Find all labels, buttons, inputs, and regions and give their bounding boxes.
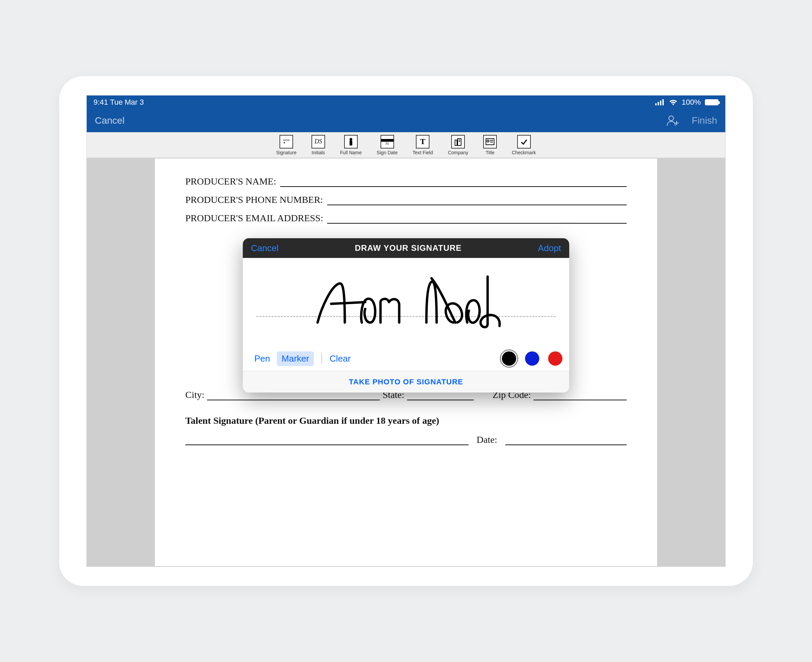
color-swatch-black[interactable] bbox=[502, 351, 516, 366]
field-toolbar: SIGN▼ Signature DS Initials Full Name 31… bbox=[87, 132, 725, 158]
svg-rect-1 bbox=[657, 102, 659, 105]
color-swatch-red[interactable] bbox=[548, 351, 562, 366]
svg-rect-8 bbox=[350, 141, 352, 145]
svg-rect-3 bbox=[662, 99, 664, 105]
tool-signdate[interactable]: 31 Sign Date bbox=[377, 135, 398, 155]
signature-icon: SIGN▼ bbox=[280, 135, 293, 148]
battery-icon bbox=[705, 99, 719, 105]
signature-instruction: Talent Signature (Parent or Guardian if … bbox=[185, 415, 627, 426]
tool-signature[interactable]: SIGN▼ Signature bbox=[276, 135, 296, 155]
finish-button[interactable]: Finish bbox=[692, 115, 717, 126]
nav-bar: Cancel Finish bbox=[87, 109, 725, 132]
signature-modal-title: DRAW YOUR SIGNATURE bbox=[279, 243, 538, 253]
signature-cancel-button[interactable]: Cancel bbox=[251, 243, 279, 254]
calendar-icon: 31 bbox=[380, 135, 394, 148]
signature-modal: Cancel DRAW YOUR SIGNATURE Adopt Pen Mar… bbox=[243, 238, 569, 392]
tool-title[interactable]: Title bbox=[483, 135, 497, 155]
tool-fullname[interactable]: Full Name bbox=[340, 135, 362, 155]
svg-rect-9 bbox=[455, 140, 457, 145]
tool-label: Title bbox=[486, 150, 495, 155]
svg-rect-0 bbox=[655, 103, 657, 105]
field-label-producer-email: PRODUCER'S EMAIL ADDRESS: bbox=[185, 213, 323, 223]
signature-tools: Pen Marker Clear bbox=[243, 346, 569, 371]
tool-checkmark[interactable]: Checkmark bbox=[512, 135, 536, 155]
tool-label: Text Field bbox=[412, 150, 433, 155]
field-label-producer-phone: PRODUCER'S PHONE NUMBER: bbox=[185, 194, 323, 205]
color-swatch-blue[interactable] bbox=[525, 351, 539, 366]
signature-drawing bbox=[243, 258, 569, 346]
tool-label: Company bbox=[448, 150, 468, 155]
person-icon bbox=[344, 135, 358, 148]
tool-label: Sign Date bbox=[377, 150, 398, 155]
checkmark-icon bbox=[517, 135, 531, 148]
title-icon bbox=[483, 135, 497, 148]
marker-tool-button[interactable]: Marker bbox=[277, 351, 314, 366]
tool-label: Initials bbox=[311, 150, 325, 155]
field-label-city: City: bbox=[185, 389, 205, 400]
status-time: 9:41 Tue Mar 3 bbox=[93, 98, 144, 107]
building-icon bbox=[451, 135, 465, 148]
pen-tool-button[interactable]: Pen bbox=[250, 351, 275, 366]
date-line[interactable] bbox=[505, 435, 627, 445]
field-line[interactable] bbox=[327, 214, 627, 223]
svg-rect-2 bbox=[660, 101, 661, 105]
color-swatches bbox=[502, 351, 562, 366]
app-screen: 9:41 Tue Mar 3 100% Cancel bbox=[86, 95, 726, 567]
text-icon: T bbox=[416, 135, 429, 148]
svg-point-14 bbox=[487, 140, 489, 142]
battery-percent: 100% bbox=[682, 98, 701, 107]
field-label-date: Date: bbox=[477, 434, 498, 445]
svg-point-7 bbox=[350, 138, 352, 141]
tool-company[interactable]: Company bbox=[448, 135, 468, 155]
tool-textfield[interactable]: T Text Field bbox=[412, 135, 433, 155]
field-label-producer-name: PRODUCER'S NAME: bbox=[185, 176, 276, 187]
tool-label: Checkmark bbox=[512, 150, 536, 155]
tablet-frame: 9:41 Tue Mar 3 100% Cancel bbox=[59, 76, 753, 586]
tool-label: Full Name bbox=[340, 150, 362, 155]
add-signer-icon[interactable] bbox=[667, 115, 679, 127]
signature-adopt-button[interactable]: Adopt bbox=[538, 243, 561, 254]
signature-modal-header: Cancel DRAW YOUR SIGNATURE Adopt bbox=[243, 238, 569, 258]
tool-label: Signature bbox=[276, 150, 296, 155]
tool-divider bbox=[321, 353, 322, 364]
clear-button[interactable]: Clear bbox=[329, 353, 351, 364]
tool-initials[interactable]: DS Initials bbox=[311, 135, 325, 155]
initials-icon: DS bbox=[311, 135, 325, 148]
signature-line[interactable] bbox=[185, 435, 469, 445]
field-line[interactable] bbox=[327, 196, 627, 205]
status-bar: 9:41 Tue Mar 3 100% bbox=[87, 95, 725, 109]
field-line[interactable] bbox=[280, 177, 627, 187]
cancel-button[interactable]: Cancel bbox=[95, 115, 124, 126]
cellular-signal-icon bbox=[655, 99, 665, 105]
status-right: 100% bbox=[655, 98, 719, 107]
take-photo-button[interactable]: TAKE PHOTO OF SIGNATURE bbox=[243, 371, 569, 392]
signature-canvas[interactable] bbox=[243, 258, 569, 346]
wifi-icon bbox=[669, 99, 678, 105]
svg-point-4 bbox=[669, 116, 673, 121]
